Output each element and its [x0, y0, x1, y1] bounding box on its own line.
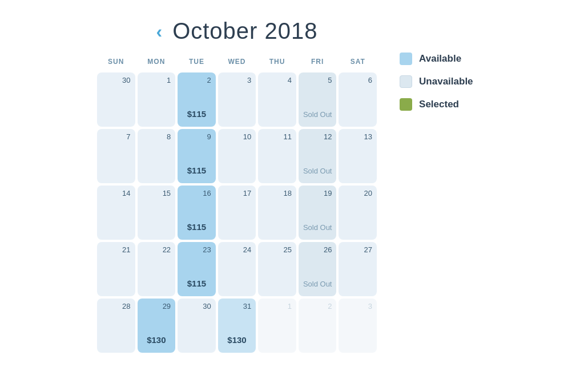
day-number: 1: [288, 302, 292, 310]
calendar-day-18-week2: 18: [258, 186, 296, 240]
calendar-day-16-week2[interactable]: 16$115: [178, 186, 216, 240]
sold-out-label: Sold Out: [303, 223, 332, 236]
day-price: $115: [187, 222, 206, 236]
day-price: $130: [227, 335, 246, 349]
month-title: October 2018: [172, 18, 317, 44]
calendar-day-15-week2: 15: [138, 186, 176, 240]
calendar-day-6-week0: 6: [339, 72, 377, 127]
day-price: $115: [187, 166, 206, 180]
calendar-day-29-week4[interactable]: 29$130: [138, 299, 176, 353]
calendar-header: ‹ October 2018: [97, 18, 377, 44]
legend-swatch-available: [400, 53, 412, 65]
day-number: 30: [203, 302, 211, 310]
day-header-tue: TUE: [178, 54, 216, 70]
day-number: 26: [324, 245, 332, 254]
day-number: 14: [122, 189, 130, 197]
day-number: 18: [283, 189, 291, 197]
calendar-day-27-week3: 27: [339, 242, 377, 296]
day-header-thu: THU: [258, 54, 296, 70]
day-header-wed: WED: [218, 54, 256, 70]
day-number: 2: [328, 302, 332, 310]
sold-out-label: Sold Out: [303, 110, 332, 123]
day-number: 3: [247, 76, 251, 84]
day-number: 5: [328, 76, 332, 84]
day-number: 7: [126, 132, 130, 141]
day-number: 12: [324, 132, 332, 141]
calendar-day-23-week3[interactable]: 23$115: [178, 242, 216, 296]
calendar-day-24-week3: 24: [218, 242, 256, 296]
calendar-day-5-week0: 5Sold Out: [299, 72, 337, 127]
legend-swatch-unavailable: [400, 75, 412, 88]
legend-label-available: Available: [419, 53, 461, 64]
day-header-sun: SUN: [97, 54, 135, 70]
calendar-day-10-week1: 10: [218, 129, 256, 183]
legend-label-unavailable: Unavailable: [419, 76, 473, 87]
legend-item-unavailable: Unavailable: [400, 75, 491, 88]
day-number: 3: [368, 302, 372, 310]
calendar-day-30-week4: 30: [178, 299, 216, 353]
calendar-day-26-week3: 26Sold Out: [299, 242, 337, 296]
legend-swatch-selected: [400, 98, 412, 111]
legend-item-selected: Selected: [400, 98, 491, 111]
day-number: 1: [167, 76, 171, 84]
page-wrapper: ‹ October 2018 SUNMONTUEWEDTHUFRISAT3012…: [80, 7, 508, 364]
calendar-day-2-week0[interactable]: 2$115: [178, 72, 216, 127]
calendar-day-17-week2: 17: [218, 186, 256, 240]
calendar-day-8-week1: 8: [138, 129, 176, 183]
day-number: 19: [324, 189, 332, 197]
calendar-day-13-week1: 13: [339, 129, 377, 183]
calendar-day-25-week3: 25: [258, 242, 296, 296]
day-number: 22: [163, 245, 171, 254]
day-price: $115: [187, 279, 206, 293]
calendar-day-9-week1[interactable]: 9$115: [178, 129, 216, 183]
day-number: 6: [368, 76, 372, 84]
calendar-day-31-week4[interactable]: 31$130: [218, 299, 256, 353]
calendar-day-7-week1: 7: [97, 129, 135, 183]
legend: AvailableUnavailableSelected: [400, 18, 491, 111]
day-number: 28: [122, 302, 130, 310]
day-number: 24: [243, 245, 251, 254]
back-arrow-button[interactable]: ‹: [156, 22, 162, 41]
sold-out-label: Sold Out: [303, 280, 332, 293]
calendar-day-11-week1: 11: [258, 129, 296, 183]
day-number: 21: [122, 245, 130, 254]
day-number: 27: [364, 245, 372, 254]
day-number: 8: [167, 132, 171, 141]
day-number: 23: [203, 245, 211, 254]
day-header-fri: FRI: [299, 54, 337, 70]
calendar-day-1-week0: 1: [138, 72, 176, 127]
day-number: 15: [163, 189, 171, 197]
calendar-day-19-week2: 19Sold Out: [299, 186, 337, 240]
calendar-day-12-week1: 12Sold Out: [299, 129, 337, 183]
day-number: 16: [203, 189, 211, 197]
day-number: 30: [122, 76, 130, 84]
calendar-day-14-week2: 14: [97, 186, 135, 240]
day-number: 31: [243, 302, 251, 310]
day-number: 4: [288, 76, 292, 84]
calendar-day-other-1-week4: 1: [258, 299, 296, 353]
calendar-day-3-week0: 3: [218, 72, 256, 127]
sold-out-label: Sold Out: [303, 167, 332, 180]
day-number: 10: [243, 132, 251, 141]
day-number: 9: [207, 132, 211, 141]
day-number: 17: [243, 189, 251, 197]
day-price: $130: [147, 335, 166, 349]
calendar-day-28-week4: 28: [97, 299, 135, 353]
day-number: 13: [364, 132, 372, 141]
calendar-day-20-week2: 20: [339, 186, 377, 240]
calendar-day-21-week3: 21: [97, 242, 135, 296]
day-price: $115: [187, 109, 206, 123]
day-header-mon: MON: [138, 54, 176, 70]
day-number: 20: [364, 189, 372, 197]
day-number: 29: [163, 302, 171, 310]
day-number: 2: [207, 76, 211, 84]
day-header-sat: SAT: [339, 54, 377, 70]
calendar-day-4-week0: 4: [258, 72, 296, 127]
day-number: 25: [283, 245, 291, 254]
calendar-grid: SUNMONTUEWEDTHUFRISAT3012$115345Sold Out…: [97, 54, 377, 353]
calendar-day-other-2-week4: 2: [299, 299, 337, 353]
calendar-day-30-week0: 30: [97, 72, 135, 127]
calendar-section: ‹ October 2018 SUNMONTUEWEDTHUFRISAT3012…: [97, 18, 377, 353]
legend-item-available: Available: [400, 53, 491, 65]
calendar-day-other-3-week4: 3: [339, 299, 377, 353]
